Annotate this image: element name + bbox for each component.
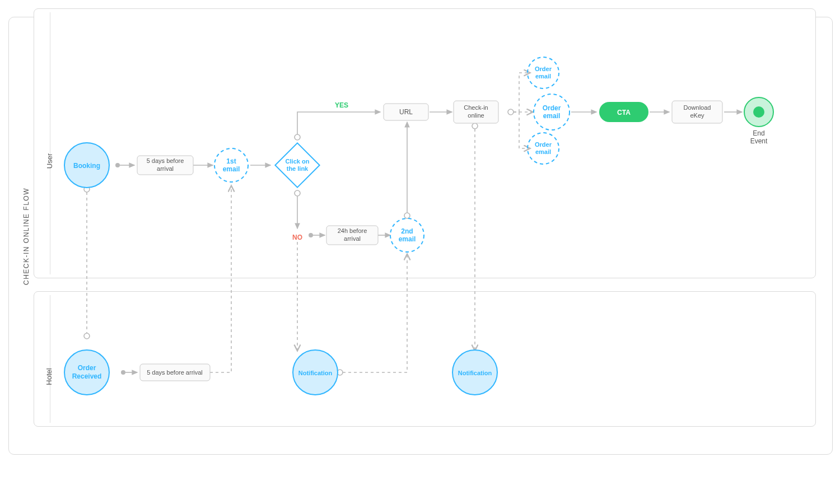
svg-point-7 (309, 233, 313, 237)
email2-l2: email (399, 235, 416, 243)
svg-point-5 (295, 190, 300, 196)
notif2-label: Notification (458, 370, 492, 376)
end-l2: Event (750, 137, 768, 145)
decision-l1: Click on (286, 158, 310, 165)
wait5b-label: 5 days before arrival (147, 369, 203, 376)
node-wait5-l1: 5 days before (147, 157, 184, 164)
cta-label: CTA (617, 109, 631, 116)
url-label: URL (399, 108, 413, 116)
wait24-l1: 24h before (338, 227, 367, 234)
dl-l2: eKey (690, 112, 704, 119)
oe3-l2: email (535, 148, 551, 155)
notif1-label: Notification (298, 370, 333, 376)
flowchart-canvas: YES NO Booking 5 days before arrival (8, 17, 832, 454)
label-no: NO (292, 234, 302, 241)
node-click-on-link-decision: Click on the link (275, 143, 319, 187)
svg-point-10 (404, 213, 410, 218)
oe2-l1: Order (543, 104, 561, 112)
oe2-l2: email (543, 112, 561, 120)
svg-point-0 (115, 163, 120, 167)
node-1st-email-l2: email (223, 165, 240, 173)
checkin-l2: online (468, 112, 484, 119)
node-booking-label: Booking (73, 162, 100, 170)
svg-point-13 (508, 109, 514, 115)
checkin-l1: Check-in (464, 104, 488, 111)
node-end-event (744, 97, 773, 127)
end-l1: End (753, 129, 764, 137)
oe3-l1: Order (535, 141, 552, 148)
svg-point-21 (121, 370, 125, 375)
oe1-l1: Order (535, 66, 552, 72)
decision-l2: the link (287, 165, 309, 172)
svg-point-29 (753, 106, 764, 118)
svg-point-20 (84, 333, 90, 339)
email2-l1: 2nd (401, 227, 413, 235)
or-l2: Received (72, 372, 102, 380)
oe1-l2: email (535, 73, 551, 80)
or-l1: Order (78, 364, 96, 372)
svg-point-24 (472, 123, 478, 129)
wait24-l2: arrival (344, 235, 361, 242)
node-1st-email-l1: 1st (226, 157, 236, 165)
node-wait5-l2: arrival (157, 165, 174, 172)
svg-point-4 (295, 134, 300, 140)
label-yes: YES (335, 101, 348, 109)
dl-l1: Download (684, 104, 711, 111)
